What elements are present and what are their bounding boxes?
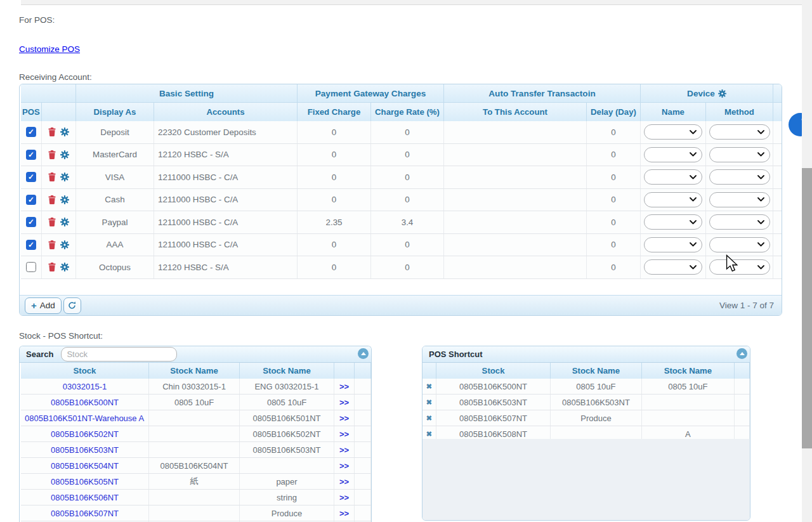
gear-icon[interactable] <box>718 89 726 98</box>
stock-pos-shortcut-label: Stock - POS Shortcut: <box>19 331 103 341</box>
collapse-button[interactable] <box>737 348 747 359</box>
display-as-cell: MasterCard <box>76 144 154 166</box>
search-input[interactable] <box>61 347 177 362</box>
delete-icon[interactable] <box>48 218 56 226</box>
move-to-shortcut-link[interactable]: >> <box>339 445 349 455</box>
delete-icon[interactable] <box>48 150 56 159</box>
move-to-shortcut-link[interactable]: >> <box>339 398 349 407</box>
stock-link[interactable]: 0805B106K505NT <box>51 477 119 486</box>
refresh-button[interactable] <box>63 297 81 314</box>
gear-icon[interactable] <box>60 127 69 136</box>
remove-icon[interactable]: ✖ <box>426 414 432 422</box>
move-to-shortcut-link[interactable]: >> <box>339 461 349 471</box>
scrollbar-thumb[interactable] <box>802 168 812 448</box>
device-method-select-cell <box>706 166 773 188</box>
device-name-select[interactable] <box>644 259 702 275</box>
group-header-blank <box>21 84 76 102</box>
pos-checkbox[interactable]: ✓ <box>26 240 36 250</box>
refresh-icon <box>68 301 76 310</box>
device-method-select-cell <box>706 121 773 143</box>
device-name-select[interactable] <box>644 192 702 207</box>
list-item: 0805B106K501NT-Warehouse A0805B106K501NT… <box>21 410 371 426</box>
move-to-shortcut-link[interactable]: >> <box>339 414 349 423</box>
customize-pos-link[interactable]: Customize POS <box>19 44 80 54</box>
gear-icon[interactable] <box>60 173 69 181</box>
pos-checkbox[interactable] <box>26 262 36 272</box>
delete-icon[interactable] <box>48 195 56 204</box>
list-item: ✖0805B106K507NTProduce <box>422 410 750 426</box>
device-name-select[interactable] <box>644 169 702 185</box>
device-method-select[interactable] <box>709 124 770 140</box>
device-name-select-cell <box>641 234 706 256</box>
device-name-select-cell <box>641 166 706 188</box>
device-method-select[interactable] <box>709 192 770 207</box>
pos-shortcut-header-row: StockStock NameStock Name <box>422 363 750 379</box>
pos-checkbox[interactable]: ✓ <box>26 195 36 205</box>
scrollbar-track[interactable] <box>802 0 812 522</box>
stock-link[interactable]: 0805B106K507NT <box>51 509 119 518</box>
chevron-down-icon <box>690 130 697 134</box>
move-to-shortcut-link[interactable]: >> <box>339 509 349 518</box>
device-name-select-cell <box>641 121 706 143</box>
remove-icon[interactable]: ✖ <box>426 398 432 407</box>
chevron-down-icon <box>757 130 764 134</box>
pos-checkbox[interactable]: ✓ <box>26 172 36 182</box>
stock-link[interactable]: 0805B106K503NT <box>51 445 119 455</box>
pos-checkbox[interactable]: ✓ <box>26 150 36 160</box>
device-name-select[interactable] <box>644 147 702 162</box>
stock-cell: 0805B106K507NT <box>436 410 551 426</box>
add-button[interactable]: + Add <box>25 297 62 314</box>
delete-icon[interactable] <box>48 240 56 249</box>
shortcut-column-header-stock: Stock <box>436 363 551 379</box>
gear-icon[interactable] <box>60 263 69 271</box>
device-name-select[interactable] <box>644 124 702 140</box>
stock-cell: 0805B106K506NT <box>21 490 149 505</box>
device-name-select[interactable] <box>644 237 702 252</box>
device-method-select[interactable] <box>709 169 770 185</box>
device-method-select[interactable] <box>709 214 770 230</box>
stock-name1-cell: 0805B106K504NT <box>149 458 240 473</box>
pos-checkbox-cell: ✓ <box>21 211 42 233</box>
pos-checkbox[interactable]: ✓ <box>26 127 36 137</box>
gear-icon[interactable] <box>60 240 69 249</box>
delay-day-cell: 0 <box>587 166 641 188</box>
delay-day-cell: 0 <box>587 144 641 166</box>
pos-checkbox[interactable]: ✓ <box>26 217 36 227</box>
remove-icon[interactable]: ✖ <box>426 430 432 438</box>
delete-icon[interactable] <box>48 173 56 181</box>
pos-checkbox-cell <box>21 256 42 278</box>
move-to-shortcut-link[interactable]: >> <box>339 382 349 391</box>
device-method-select[interactable] <box>709 259 770 275</box>
fixed-charge-cell: 0 <box>298 189 371 211</box>
stock-link[interactable]: 0805B106K500NT <box>51 398 119 407</box>
gear-icon[interactable] <box>60 150 69 159</box>
stock-link[interactable]: 0805B106K501NT-Warehouse A <box>25 414 144 423</box>
stock-link[interactable]: 03032015-1 <box>63 382 107 391</box>
delete-icon[interactable] <box>48 127 56 136</box>
delete-icon[interactable] <box>48 263 56 271</box>
stock-name1-cell: Produce <box>551 410 641 426</box>
gear-icon[interactable] <box>60 195 69 204</box>
stock-cell: 0805B106K502NT <box>21 426 149 441</box>
charge-rate-cell: 0 <box>371 256 444 278</box>
device-name-select[interactable] <box>644 214 702 230</box>
device-method-select-cell <box>706 234 773 256</box>
stock-link[interactable]: 0805B106K502NT <box>51 429 119 439</box>
chevron-down-icon <box>690 175 697 179</box>
gear-icon[interactable] <box>60 218 69 226</box>
stock-link[interactable]: 0805B106K504NT <box>51 461 119 471</box>
device-method-select[interactable] <box>709 237 770 252</box>
filler-cell <box>355 426 371 441</box>
filler-cell <box>355 458 371 473</box>
pager-bar: + Add View 1 - 7 of 7 <box>20 295 782 315</box>
pos-shortcut-body: ✖0805B106K500NT0805 10uF0805 10uF✖0805B1… <box>422 379 750 442</box>
device-method-select[interactable] <box>709 147 770 162</box>
move-to-shortcut-link[interactable]: >> <box>339 477 349 486</box>
move-to-shortcut-link[interactable]: >> <box>339 493 349 502</box>
collapse-button[interactable] <box>358 348 369 359</box>
chevron-down-icon <box>757 175 764 179</box>
stock-link[interactable]: 0805B106K506NT <box>51 493 119 502</box>
move-to-shortcut-link[interactable]: >> <box>339 429 349 439</box>
remove-icon[interactable]: ✖ <box>426 382 432 391</box>
row-actions-cell <box>42 166 76 188</box>
